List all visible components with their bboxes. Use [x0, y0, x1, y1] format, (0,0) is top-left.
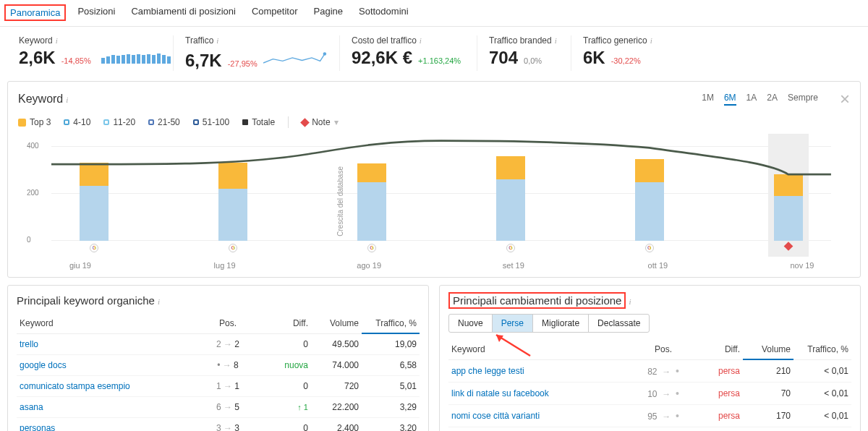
kpi-costo-value: 92,6K €: [352, 48, 412, 68]
kpi-costo-label: Costo del traffico: [352, 35, 417, 46]
keyword-panel: Keywordi 1M 6M 1A 2A Sempre × Top 3 4-10…: [7, 81, 861, 278]
th-vol[interactable]: Volume: [311, 314, 362, 333]
bar-ago[interactable]: [357, 163, 386, 241]
table-row[interactable]: cos è una brochure44 → •persa90< 0,01: [448, 427, 851, 431]
google-icon: G: [229, 244, 237, 252]
legend-21-50[interactable]: 21-50: [148, 117, 180, 127]
bar-lug[interactable]: [218, 163, 247, 241]
info-icon[interactable]: i: [555, 36, 557, 45]
info-icon[interactable]: i: [158, 297, 160, 306]
google-icon: G: [645, 244, 654, 252]
info-icon[interactable]: i: [56, 36, 58, 45]
close-icon[interactable]: ×: [840, 89, 850, 109]
th-keyword[interactable]: Keyword: [448, 340, 627, 359]
th-diff[interactable]: Diff.: [260, 314, 311, 333]
info-icon[interactable]: i: [216, 36, 218, 45]
left-title: Principali keyword organiche: [17, 294, 155, 307]
range-1a[interactable]: 1A: [746, 93, 757, 106]
table-row[interactable]: comunicato stampa esempio1 → 107205,01: [17, 376, 420, 397]
xlabel: ott 19: [629, 261, 686, 270]
kpi-row: Keywordi 2,6K -14,85% Trafficoi 6,7K -27…: [0, 27, 868, 74]
nav-cambiamenti[interactable]: Cambiamenti di posizioni: [131, 6, 236, 20]
kpi-generico-delta: -30,22%: [611, 56, 641, 65]
legend-top3[interactable]: Top 3: [18, 117, 51, 127]
kpi-generico[interactable]: Traffico genericoi 6K -30,22%: [571, 35, 664, 71]
table-row[interactable]: google docs• → 8nuova74.0006,58: [17, 355, 420, 376]
bar-set[interactable]: [496, 156, 525, 241]
ytick: 200: [27, 189, 39, 197]
bar-ott[interactable]: [635, 159, 664, 241]
table-row[interactable]: trello2 → 2049.50019,09: [17, 333, 420, 355]
th-diff[interactable]: Diff.: [699, 340, 743, 359]
left-table: Keyword Pos. Diff. Volume Traffico, % tr…: [17, 314, 420, 431]
table-row[interactable]: asana6 → 5↑ 122.2003,29: [17, 397, 420, 418]
xlabel: set 19: [485, 261, 542, 270]
legend-11-20[interactable]: 11-20: [103, 117, 135, 127]
trend-line: [51, 134, 831, 249]
range-1m[interactable]: 1M: [702, 93, 714, 106]
sparkline: [263, 48, 328, 67]
th-traf[interactable]: Traffico, %: [362, 314, 420, 333]
kpi-generico-label: Traffico generico: [583, 35, 647, 46]
legend: Top 3 4-10 11-20 21-50 51-100 Totale Not…: [8, 116, 860, 134]
ytick: 400: [27, 142, 39, 150]
range-6m[interactable]: 6M: [724, 93, 736, 106]
pill-nuove[interactable]: Nuove: [448, 314, 493, 333]
range-sempre[interactable]: Sempre: [788, 93, 818, 106]
xlabel: ago 19: [340, 261, 398, 270]
bar-nov[interactable]: [774, 174, 803, 241]
top-nav: Panoramica Posizioni Cambiamenti di posi…: [0, 0, 868, 27]
th-vol[interactable]: Volume: [743, 340, 793, 359]
nav-competitor[interactable]: Competitor: [252, 6, 298, 20]
kpi-branded[interactable]: Traffico brandedi 704 0,0%: [477, 35, 571, 71]
table-row[interactable]: personas3 → 302.4003,20: [17, 418, 420, 432]
pill-row: Nuove Perse Migliorate Declassate: [448, 314, 851, 333]
range-2a[interactable]: 2A: [767, 93, 778, 106]
diamond-icon: [785, 241, 791, 252]
th-keyword[interactable]: Keyword: [17, 314, 195, 333]
kpi-traffico-delta: -27,95%: [228, 59, 258, 68]
kpi-traffico[interactable]: Trafficoi 6,7K -27,95%: [174, 35, 340, 71]
legend-note[interactable]: Note ▾: [302, 117, 338, 127]
nav-pagine[interactable]: Pagine: [314, 6, 343, 20]
table-row[interactable]: app che legge testi82 → •persa210< 0,01: [448, 359, 851, 382]
legend-totale[interactable]: Totale: [242, 117, 275, 127]
bar-giu[interactable]: [80, 163, 109, 241]
info-icon[interactable]: i: [629, 297, 631, 306]
pill-declassate[interactable]: Declassate: [588, 314, 650, 333]
kpi-branded-label: Traffico branded: [489, 35, 552, 46]
panel-title: Keyword: [18, 93, 63, 105]
x-axis: giu 19 lug 19 ago 19 set 19 ott 19 nov 1…: [8, 260, 860, 277]
xlabel: lug 19: [196, 261, 254, 270]
kpi-keyword-value: 2,6K: [19, 48, 56, 68]
kpi-traffico-value: 6,7K: [185, 51, 222, 71]
right-title: Principali cambiamenti di posizione: [448, 292, 626, 309]
legend-51-100[interactable]: 51-100: [193, 117, 229, 127]
kpi-keyword[interactable]: Keywordi 2,6K -14,85%: [7, 35, 174, 71]
svg-point-0: [323, 52, 326, 55]
pill-migliorate[interactable]: Migliorate: [532, 314, 589, 333]
info-icon[interactable]: i: [420, 36, 422, 45]
top-keywords-panel: Principali keyword organichei Keyword Po…: [7, 285, 429, 431]
xlabel: giu 19: [51, 261, 109, 270]
legend-4-10[interactable]: 4-10: [64, 117, 90, 127]
pill-perse[interactable]: Perse: [492, 314, 533, 333]
table-row[interactable]: nomi cose città varianti95 → •persa170< …: [448, 404, 851, 427]
kpi-traffico-label: Traffico: [185, 35, 213, 46]
th-pos[interactable]: Pos.: [627, 340, 699, 359]
nav-sottodomini[interactable]: Sottodomini: [359, 6, 409, 20]
table-row[interactable]: link di natale su facebook10 → •persa70<…: [448, 382, 851, 404]
ytick: 0: [27, 236, 31, 244]
position-changes-panel: Principali cambiamenti di posizionei Nuo…: [439, 285, 861, 431]
kpi-keyword-delta: -14,85%: [61, 56, 91, 65]
th-traf[interactable]: Traffico, %: [793, 340, 851, 359]
nav-posizioni[interactable]: Posizioni: [77, 6, 115, 20]
th-pos[interactable]: Pos.: [195, 314, 260, 333]
nav-panoramica[interactable]: Panoramica: [4, 4, 66, 21]
time-range: 1M 6M 1A 2A Sempre: [702, 93, 818, 106]
chart[interactable]: 0 200 400 G G G G G Crescita del databas…: [51, 134, 831, 257]
info-icon[interactable]: i: [66, 95, 68, 104]
google-icon: G: [506, 244, 515, 252]
info-icon[interactable]: i: [650, 36, 652, 45]
kpi-costo[interactable]: Costo del trafficoi 92,6K € +1.163,24%: [340, 35, 477, 71]
